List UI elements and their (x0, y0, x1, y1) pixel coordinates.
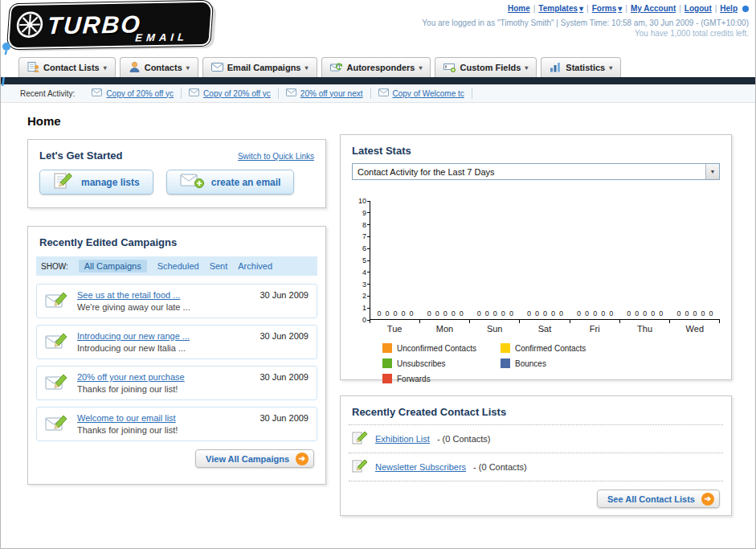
y-tick-label: 5 (362, 256, 366, 264)
nav-link-home[interactable]: Home (508, 4, 530, 13)
contact-list-item: Exhibition List - (0 Contacts) (349, 425, 723, 453)
envelope-icon (189, 88, 199, 98)
bar-value-label: 0 (501, 309, 505, 318)
header: TURBO EMAIL Home| Templates▾| Forms▾| My… (1, 0, 755, 55)
switch-quick-links-link[interactable]: Switch to Quick Links (238, 152, 314, 161)
envelope-pencil-icon (45, 290, 69, 313)
bar-value-label: 0 (684, 309, 689, 318)
logo-text-turbo: TURBO (47, 10, 142, 39)
recent-activity-item[interactable]: Copy of 20% off yc (182, 88, 279, 99)
app-window: TURBO EMAIL Home| Templates▾| Forms▾| My… (0, 0, 756, 549)
bar-value-label: 0 (410, 309, 414, 318)
nav-link-forms[interactable]: Forms▾ (592, 4, 623, 13)
legend-item: Confirmed Contacts (501, 343, 619, 353)
y-tick-label: 2 (362, 292, 366, 300)
envelope-pencil-icon (45, 372, 69, 395)
manage-lists-button[interactable]: manage lists (39, 170, 153, 195)
envelope-icon (92, 88, 102, 98)
nav-accent-bar (1, 77, 755, 84)
chevron-down-icon: ▾ (579, 4, 583, 13)
bar-value-label: 0 (493, 309, 497, 318)
recent-contact-lists-title: Recently Created Contact Lists (349, 396, 723, 425)
campaign-subtitle: Thanks for joining our list! (77, 384, 259, 394)
nav-link-templates[interactable]: Templates▾ (538, 4, 583, 13)
bar-value-label: 0 (693, 309, 697, 318)
envelope-icon (211, 63, 223, 73)
y-tick-label: 6 (362, 244, 366, 252)
custom-fields-icon (443, 62, 456, 74)
nav-link-help[interactable]: Help (720, 4, 738, 13)
envelope-plus-icon (180, 172, 204, 192)
bar-chart-icon (550, 62, 562, 74)
bar-value-label: 0 (551, 309, 555, 318)
campaign-title-link[interactable]: Welcome to our email list (77, 413, 259, 423)
chevron-down-icon: ▾ (104, 64, 107, 72)
tab-custom-fields[interactable]: Custom Fields▾ (435, 57, 537, 77)
filter-all-campaigns[interactable]: All Campaigns (79, 260, 147, 272)
campaign-date: 30 Jun 2009 (259, 331, 309, 341)
app-logo[interactable]: TURBO EMAIL (7, 1, 213, 49)
select-dropdown-arrow-icon: ▼ (705, 164, 719, 179)
recent-activity-item[interactable]: Copy of Welcome tc (371, 88, 472, 99)
chart-category-group: 00000 (670, 201, 720, 319)
chart-legend: Unconfirmed Contacts Confirmed Contacts … (382, 343, 720, 389)
bar-value-label: 0 (676, 309, 680, 318)
chart-category-group: 00000 (570, 201, 620, 319)
chevron-down-icon: ▾ (618, 4, 622, 13)
recent-activity-item[interactable]: 20% off your next (279, 88, 371, 99)
contact-list-name-link[interactable]: Newsletter Subscribers (375, 462, 466, 472)
recent-contact-lists-panel: Recently Created Contact Lists Exhibitio… (340, 395, 732, 516)
bar-value-label: 0 (651, 309, 655, 318)
y-tick-label: 8 (362, 221, 366, 229)
recent-activity-item[interactable]: Copy of 20% off yc (84, 88, 182, 99)
contact-list-count: - (0 Contacts) (473, 462, 527, 472)
campaign-title-link[interactable]: 20% off your next purchase (77, 372, 259, 382)
see-all-contact-lists-button[interactable]: See All Contact Lists ➔ (597, 490, 720, 508)
arrow-right-icon: ➔ (296, 453, 309, 465)
stats-period-select[interactable]: Contact Activity for the Last 7 Days ▼ (352, 163, 720, 180)
filter-scheduled[interactable]: Scheduled (157, 261, 199, 271)
tab-email-campaigns[interactable]: Email Campaigns▾ (202, 57, 317, 77)
campaign-title-link[interactable]: Introducing our new range ... (77, 331, 259, 341)
pencil-list-icon (53, 172, 74, 192)
legend-item: Bounces (501, 358, 619, 368)
legend-item: Unconfirmed Contacts (382, 343, 501, 353)
bar-value-label: 0 (394, 309, 398, 318)
x-tick-label: Fri (570, 320, 619, 334)
latest-stats-title: Latest Stats (341, 135, 731, 163)
tab-contacts[interactable]: Contacts▾ (120, 57, 198, 77)
view-all-campaigns-button[interactable]: View All Campaigns ➔ (195, 449, 314, 468)
stats-period-selected-option: Contact Activity for the Last 7 Days (358, 167, 495, 177)
tab-statistics[interactable]: Statistics▾ (541, 57, 621, 77)
bar-value-label: 0 (643, 309, 647, 318)
turbine-icon (14, 10, 45, 43)
nav-link-my-account[interactable]: My Account (631, 4, 676, 13)
contact-list-name-link[interactable]: Exhibition List (375, 434, 430, 444)
recent-campaigns-panel: Recently Edited Campaigns SHOW: All Camp… (27, 226, 326, 485)
campaign-title-link[interactable]: See us at the retail food ... (77, 290, 259, 300)
x-tick-label: Tue (370, 320, 419, 334)
bar-value-label: 0 (543, 309, 547, 318)
show-label: SHOW: (41, 262, 68, 271)
tab-contact-lists[interactable]: Contact Lists▾ (18, 57, 116, 77)
legend-swatch (501, 343, 510, 353)
filter-archived[interactable]: Archived (238, 261, 272, 271)
contact-list-item: Newsletter Subscribers - (0 Contacts) (349, 453, 723, 481)
bar-value-label: 0 (386, 309, 390, 318)
chevron-down-icon: ▾ (419, 64, 422, 72)
autoresponder-icon (330, 62, 343, 74)
nav-link-logout[interactable]: Logout (684, 4, 712, 13)
create-email-button[interactable]: create an email (166, 170, 295, 195)
campaign-subtitle: We're giving away our late ... (77, 302, 259, 312)
pencil-page-icon (352, 459, 368, 475)
x-tick-label: Sat (520, 320, 570, 334)
campaign-subtitle: Thanks for joining our list! (77, 425, 259, 435)
filter-sent[interactable]: Sent (210, 261, 228, 271)
bar-value-label: 0 (559, 309, 563, 318)
nav-separator: | (533, 4, 536, 13)
campaign-date: 30 Jun 2009 (259, 372, 309, 382)
y-tick-label: 10 (358, 197, 366, 205)
chart-plot-area: 00000000000000000000000000000000000 (370, 201, 720, 320)
tab-autoresponders[interactable]: Autoresponders▾ (321, 57, 431, 77)
legend-swatch (501, 358, 510, 368)
